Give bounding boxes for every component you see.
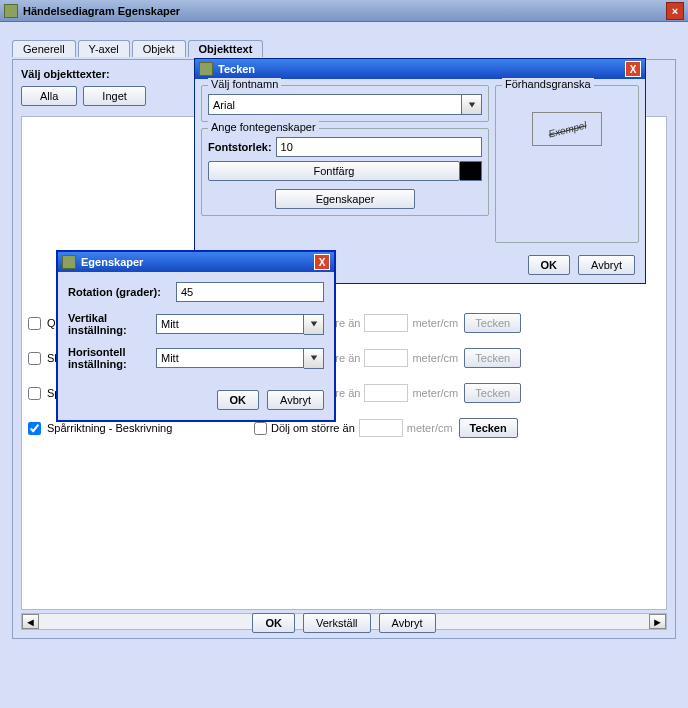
ok-button[interactable]: OK	[252, 613, 295, 633]
btn-label: Tecken	[470, 422, 507, 434]
egenskaper-button[interactable]: Egenskaper	[275, 189, 416, 209]
fontcolor-button[interactable]: Fontfärg	[208, 161, 460, 181]
tecken-button[interactable]: Tecken	[464, 313, 521, 333]
avbryt-button[interactable]: Avbryt	[379, 613, 436, 633]
tecken-button[interactable]: Tecken	[459, 418, 518, 438]
preview-box: Exempel	[532, 112, 602, 146]
hide-checkbox[interactable]	[254, 422, 267, 435]
btn-label: Tecken	[475, 352, 510, 364]
btn-label: Egenskaper	[316, 193, 375, 205]
inget-button[interactable]: Inget	[83, 86, 145, 106]
btn-label: Tecken	[475, 387, 510, 399]
row-label: Spårriktning - Beskrivning	[47, 422, 212, 434]
tecken-titlebar[interactable]: Tecken X	[195, 59, 645, 79]
tecken-title: Tecken	[218, 63, 255, 75]
svg-marker-0	[468, 102, 474, 107]
egenskaper-avbryt-button[interactable]: Avbryt	[267, 390, 324, 410]
fontsize-input[interactable]	[276, 137, 482, 157]
chevron-down-icon[interactable]	[304, 314, 324, 335]
checkbox-qk[interactable]	[28, 317, 41, 330]
dialog-icon	[199, 62, 213, 76]
preview-legend: Förhandsgranska	[502, 78, 594, 90]
tecken-ok-button[interactable]: OK	[528, 255, 571, 275]
rotation-label: Rotation (grader):	[68, 286, 170, 298]
tab-yaxel[interactable]: Y-axel	[78, 40, 130, 57]
egenskaper-titlebar[interactable]: Egenskaper X	[58, 252, 334, 272]
app-icon	[4, 4, 18, 18]
egenskaper-dialog: Egenskaper X Rotation (grader): Vertikal…	[56, 250, 336, 422]
hide-value[interactable]	[359, 419, 403, 437]
tab-objekt[interactable]: Objekt	[132, 40, 186, 57]
btn-label: Avbryt	[591, 259, 622, 271]
dialog-icon	[62, 255, 76, 269]
btn-label: Verkställ	[316, 617, 358, 629]
btn-label: OK	[230, 394, 247, 406]
color-swatch[interactable]	[460, 161, 482, 181]
fontname-group: Välj fontnamn	[201, 85, 489, 122]
btn-label: Fontfärg	[314, 165, 355, 177]
tab-label: Generell	[23, 43, 65, 55]
fontname-input[interactable]	[208, 94, 462, 115]
tecken-button[interactable]: Tecken	[464, 383, 521, 403]
alla-button[interactable]: Alla	[21, 86, 77, 106]
egenskaper-footer: OK Avbryt	[58, 390, 334, 420]
fontprops-legend: Ange fontegenskaper	[208, 121, 319, 133]
egenskaper-title: Egenskaper	[81, 256, 143, 268]
unit-label: meter/cm	[412, 317, 458, 329]
preview-text: Exempel	[547, 119, 587, 139]
verkstall-button[interactable]: Verkställ	[303, 613, 371, 633]
horizontal-combo[interactable]	[156, 348, 324, 369]
close-icon[interactable]: X	[625, 61, 641, 77]
tab-label: Objekt	[143, 43, 175, 55]
tab-label: Objekttext	[199, 43, 253, 55]
close-icon[interactable]: X	[314, 254, 330, 270]
svg-marker-2	[310, 356, 316, 361]
tecken-button[interactable]: Tecken	[464, 348, 521, 368]
btn-label: OK	[265, 617, 282, 629]
btn-label: Tecken	[475, 317, 510, 329]
checkbox-spa[interactable]	[28, 387, 41, 400]
unit-label: meter/cm	[407, 422, 453, 434]
tab-label: Y-axel	[89, 43, 119, 55]
horizontal-label: Horisontell inställning:	[68, 346, 150, 370]
unit-label: meter/cm	[412, 352, 458, 364]
svg-marker-1	[310, 322, 316, 327]
egenskaper-ok-button[interactable]: OK	[217, 390, 260, 410]
window-title: Händelsediagram Egenskaper	[23, 5, 180, 17]
hide-value[interactable]	[364, 349, 408, 367]
fontsize-label: Fontstorlek:	[208, 141, 272, 153]
tab-generell[interactable]: Generell	[12, 40, 76, 57]
btn-label: Inget	[102, 90, 126, 102]
chevron-down-icon[interactable]	[462, 94, 482, 115]
hide-value[interactable]	[364, 314, 408, 332]
close-icon[interactable]: ×	[666, 2, 684, 20]
window-titlebar: Händelsediagram Egenskaper ×	[0, 0, 688, 22]
tab-bar: Generell Y-axel Objekt Objekttext	[12, 40, 682, 57]
tecken-avbryt-button[interactable]: Avbryt	[578, 255, 635, 275]
btn-label: Avbryt	[280, 394, 311, 406]
btn-label: OK	[541, 259, 558, 271]
horizontal-input[interactable]	[156, 348, 304, 368]
tab-objekttext[interactable]: Objekttext	[188, 40, 264, 57]
btn-label: Alla	[40, 90, 58, 102]
hide-label: Dölj om större än	[271, 422, 355, 434]
vertical-input[interactable]	[156, 314, 304, 334]
checkbox-sparriktning[interactable]	[28, 422, 41, 435]
vertical-label: Vertikal inställning:	[68, 312, 150, 336]
unit-label: meter/cm	[412, 387, 458, 399]
rotation-input[interactable]	[176, 282, 324, 302]
hide-value[interactable]	[364, 384, 408, 402]
fontprops-group: Ange fontegenskaper Fontstorlek: Fontfär…	[201, 128, 489, 216]
main-footer: OK Verkställ Avbryt	[0, 613, 688, 633]
preview-group: Förhandsgranska Exempel	[495, 85, 639, 243]
btn-label: Avbryt	[392, 617, 423, 629]
fontname-legend: Välj fontnamn	[208, 78, 281, 90]
checkbox-slip[interactable]	[28, 352, 41, 365]
chevron-down-icon[interactable]	[304, 348, 324, 369]
vertical-combo[interactable]	[156, 314, 324, 335]
fontname-combo[interactable]	[208, 94, 482, 115]
